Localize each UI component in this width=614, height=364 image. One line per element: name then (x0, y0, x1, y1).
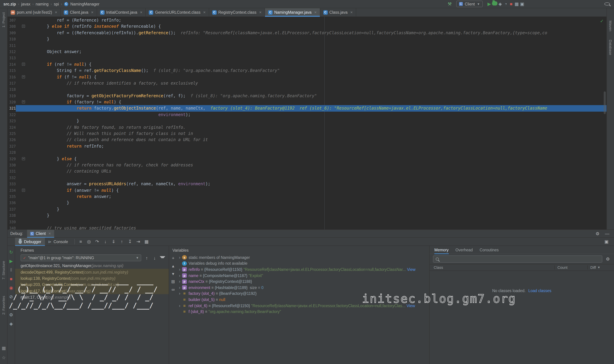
stack-frame[interactable]: getObjectInstance:321, NamingManager (ja… (15, 263, 169, 269)
coverage-button[interactable]: ◈ (497, 1, 503, 7)
fold-icon[interactable]: − (22, 25, 25, 28)
chevron-expand-icon[interactable]: › (177, 279, 182, 284)
memory-tab-memory[interactable]: Memory (434, 246, 449, 254)
line-number[interactable]: 336 (8, 200, 16, 206)
line-number[interactable]: 335 (8, 194, 16, 200)
show-execution-point-icon[interactable]: ◎ (86, 239, 92, 244)
chevron-expand-icon[interactable]: › (177, 255, 182, 260)
star-icon[interactable]: ☆ (1, 355, 7, 360)
code-text[interactable]: // if reference has no factory, check fo… (27, 162, 193, 168)
line-number[interactable]: 312 (8, 49, 16, 55)
code-text[interactable]: } (27, 36, 49, 42)
collapse-icon[interactable]: ▴ (170, 263, 176, 269)
run-to-cursor-icon[interactable]: ⇥ (136, 239, 141, 244)
load-classes-link[interactable]: Load classes (528, 289, 551, 293)
code-text[interactable]: } (27, 212, 49, 219)
stack-frame[interactable]: lookup:417, InitialContext (javax.naming… (15, 288, 169, 294)
evaluate-expression-icon[interactable]: ▦ (144, 239, 149, 244)
line-number[interactable]: 334 (8, 187, 16, 194)
memory-tab-overhead[interactable]: Overhead (455, 246, 473, 254)
tool-button-database[interactable]: Database (609, 40, 613, 55)
code-text[interactable]: } (27, 200, 69, 206)
next-frame-icon[interactable]: ↓ (152, 255, 157, 260)
stack-frame[interactable]: decodeObject:499, RegistryContext (com.s… (15, 269, 169, 275)
line-number[interactable]: 320 (8, 99, 16, 105)
code-text[interactable]: // containing URLs (27, 168, 111, 175)
editor-tab[interactable]: CRegistryContext.class× (209, 8, 265, 16)
chevron-expand-icon[interactable]: › (177, 273, 182, 278)
profiler-button[interactable]: ◔ (503, 1, 508, 7)
close-icon[interactable]: × (314, 10, 317, 15)
line-number[interactable]: 337 (8, 206, 16, 212)
close-icon[interactable]: × (91, 10, 94, 15)
line-number[interactable]: 340 (8, 225, 16, 229)
layout-grid-icon[interactable]: ▦ (514, 1, 519, 7)
prev-frame-icon[interactable]: ↑ (144, 255, 150, 260)
chevron-expand-icon[interactable]: › (177, 285, 182, 290)
variable-row[interactable]: ›pnameCtx = {RegistryContext@1188} (177, 279, 429, 285)
variable-row[interactable]: ›≡ref (slot_6) = {ResourceRef@1150} "Res… (177, 303, 429, 309)
variable-row[interactable]: iVariables debug info not available (177, 260, 429, 266)
line-number[interactable]: 313 (8, 55, 16, 61)
editor[interactable]: 307 ref = (Reference) refInfo;308− } els… (8, 17, 606, 229)
chevron-expand-icon[interactable]: › (177, 291, 182, 296)
inspections-ok-icon[interactable]: ✓ (600, 18, 604, 24)
variable-row[interactable]: ›penvironment = {Hashtable@1189} size = … (177, 285, 429, 291)
stop-button[interactable]: ■ (508, 1, 514, 7)
code-text[interactable]: if (f != null) { (27, 74, 96, 80)
line-number[interactable]: 321 (8, 105, 16, 112)
memory-tab-coroutines[interactable]: Coroutines (480, 246, 499, 254)
editor-tab[interactable]: CNamingManager.java× (265, 8, 320, 16)
debug-settings-icon[interactable]: ⚙ (8, 312, 14, 317)
debug-button[interactable] (492, 1, 497, 5)
add-watch-icon[interactable]: + (170, 255, 176, 260)
build-icon[interactable]: ⚒ (447, 1, 452, 7)
column-diff[interactable]: Diff ▼ (587, 265, 614, 270)
code-text[interactable]: return factory.getObjectInstance(ref, na… (27, 105, 547, 112)
variable-row[interactable]: ›prefInfo = {ResourceRef@1150} "Resource… (177, 266, 429, 273)
expand-icon[interactable]: ▾ (170, 271, 176, 276)
stack-frame[interactable]: lookup:203, GenericURLContext (com.sun.j… (15, 282, 169, 288)
breadcrumb-item[interactable]: src.zip (3, 2, 16, 6)
code-text[interactable]: // Will reach this point if factory clas… (27, 130, 193, 137)
code-text[interactable]: } else if (refInfo instanceof Referencea… (27, 24, 161, 30)
code-text[interactable]: factory = getObjectFactoryFromReference(… (27, 93, 317, 99)
code-text[interactable]: String f = ref.getFactoryClassName(); f … (27, 67, 280, 74)
drop-frame-icon[interactable]: ↧ (127, 239, 133, 244)
tool-button-favorites[interactable]: 2: Favorites (1, 296, 5, 315)
line-number[interactable]: 327 (8, 143, 16, 149)
memory-search-input[interactable] (433, 255, 602, 263)
line-number[interactable]: 319 (8, 93, 16, 99)
debug-view-tab-debugger[interactable]: Debugger (15, 237, 45, 246)
variable-row[interactable]: ≡f (slot_8) = "org.apache.naming.factory… (177, 309, 429, 315)
run-button[interactable]: ▶ (487, 1, 492, 7)
line-number[interactable]: 317 (8, 80, 16, 87)
editor-tab[interactable]: CClass.java× (320, 8, 356, 16)
code-text[interactable]: } (27, 206, 59, 212)
watches-toggle-icon[interactable]: ∞ (170, 286, 176, 292)
editor-tab[interactable]: CGenericURLContext.class× (146, 8, 209, 16)
variable-row[interactable]: ›≡factory (slot_4) = {BeanFactory@1192} (177, 291, 429, 297)
line-number[interactable]: 309 (8, 30, 16, 36)
close-icon[interactable]: × (203, 10, 205, 15)
code-text[interactable]: if (ref != null) { (27, 61, 92, 67)
close-icon[interactable]: × (49, 231, 51, 236)
stack-frame[interactable]: lookup:138, RegistryContext (com.sun.jnd… (15, 275, 169, 282)
code-text[interactable]: environment); (27, 112, 191, 118)
editor-tab[interactable]: mpom.xml (vulnTest2)× (8, 8, 61, 16)
line-number[interactable]: 331 (8, 168, 16, 175)
view-breakpoints-icon[interactable]: ◉ (8, 285, 14, 290)
code-text[interactable]: if (answer != null) { (27, 187, 119, 194)
editor-scrollbar[interactable] (604, 91, 606, 114)
line-number[interactable]: 307 (8, 17, 16, 24)
fold-icon[interactable]: − (22, 100, 25, 104)
line-number[interactable]: 328 (8, 149, 16, 156)
close-icon[interactable]: × (350, 10, 353, 15)
window-layout-icon[interactable]: ▣ (519, 1, 525, 7)
code-text[interactable]: ref = ((Referenceable)(refInfo)).getRefe… (27, 30, 547, 36)
pause-icon[interactable]: Ⅱ (8, 267, 14, 273)
column-class[interactable]: Class (430, 265, 554, 270)
line-number[interactable]: 333 (8, 181, 16, 187)
line-number[interactable]: 308 (8, 24, 16, 30)
breadcrumb-item[interactable]: spi (54, 2, 59, 6)
